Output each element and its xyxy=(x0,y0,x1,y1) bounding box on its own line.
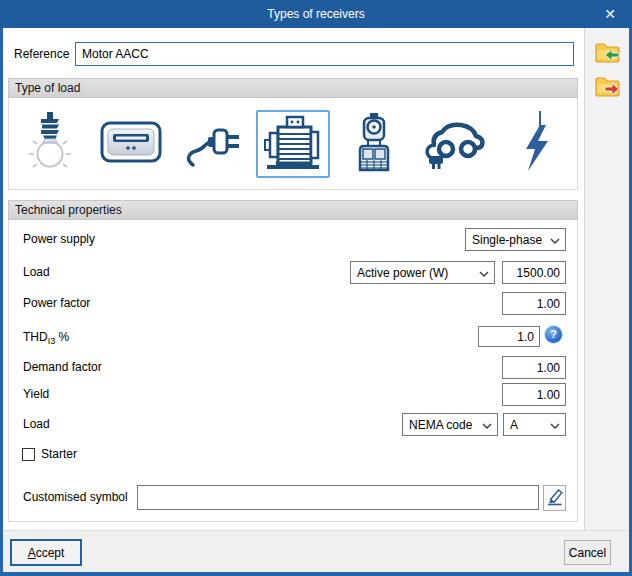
title-bar: Types of receivers ✕ xyxy=(0,0,632,28)
reference-label: Reference xyxy=(14,42,69,66)
chevron-down-icon xyxy=(482,418,492,432)
type-of-load-options xyxy=(8,98,578,190)
load-option-ev-charger[interactable] xyxy=(415,98,496,189)
heater-icon xyxy=(100,120,162,168)
power-supply-select[interactable]: Single-phase xyxy=(465,228,566,251)
thd-input[interactable] xyxy=(478,326,540,347)
dialog-footer: Accept Cancel xyxy=(3,530,629,572)
load-option-lift[interactable] xyxy=(334,98,415,189)
load-code-type-select[interactable]: NEMA code xyxy=(402,413,498,436)
reference-input[interactable] xyxy=(75,42,574,66)
technical-properties-body: Power supply Single-phase Load Active po… xyxy=(8,220,578,522)
side-toolbar xyxy=(584,28,629,530)
motor-icon xyxy=(263,113,323,175)
type-of-load-header: Type of load xyxy=(8,78,578,98)
dialog-window: Types of receivers ✕ Reference xyxy=(0,0,632,576)
folder-arrow-in-icon xyxy=(594,53,621,68)
export-to-library-button[interactable] xyxy=(594,74,621,99)
power-factor-label: Power factor xyxy=(23,292,90,315)
dialog-content: Reference xyxy=(3,28,629,572)
load-option-lighting[interactable] xyxy=(9,98,90,189)
light-bulb-icon xyxy=(26,111,74,177)
load-amount-input[interactable] xyxy=(502,261,566,284)
chevron-down-icon xyxy=(550,418,560,432)
power-supply-label: Power supply xyxy=(23,228,95,251)
chevron-down-icon xyxy=(550,233,560,247)
load-code-label: Load xyxy=(23,413,50,436)
demand-factor-label: Demand factor xyxy=(23,356,102,379)
cancel-button[interactable]: Cancel xyxy=(564,540,611,565)
load-type-select[interactable]: Active power (W) xyxy=(350,261,495,284)
plug-icon xyxy=(183,113,241,175)
chevron-down-icon xyxy=(479,266,489,280)
edit-symbol-button[interactable] xyxy=(543,485,566,511)
load-option-motor[interactable] xyxy=(252,98,333,189)
close-button[interactable]: ✕ xyxy=(596,3,624,25)
load-option-heater[interactable] xyxy=(90,98,171,189)
pencil-icon xyxy=(546,487,564,509)
ev-car-plug-icon xyxy=(424,113,486,175)
help-icon[interactable]: ? xyxy=(545,326,562,343)
customised-symbol-input[interactable] xyxy=(137,485,539,510)
yield-input[interactable] xyxy=(502,383,566,406)
accept-button[interactable]: Accept xyxy=(10,539,82,566)
load-code-value-select[interactable]: A xyxy=(503,413,566,436)
starter-checkbox[interactable] xyxy=(22,448,35,461)
demand-factor-input[interactable] xyxy=(502,356,566,379)
yield-label: Yield xyxy=(23,383,49,406)
dialog-title: Types of receivers xyxy=(0,0,632,28)
import-from-library-button[interactable] xyxy=(594,40,621,65)
technical-properties-group: Technical properties Power supply Single… xyxy=(8,200,578,522)
customised-symbol-label: Customised symbol xyxy=(23,485,128,510)
folder-arrow-out-icon xyxy=(594,87,621,102)
load-option-generic[interactable] xyxy=(496,98,577,189)
starter-label: Starter xyxy=(41,447,77,461)
power-factor-input[interactable] xyxy=(502,292,566,315)
lightning-bolt-icon xyxy=(516,111,556,177)
type-of-load-group: Type of load xyxy=(8,78,578,190)
starter-row: Starter xyxy=(22,447,77,461)
load-label: Load xyxy=(23,261,50,284)
technical-properties-header: Technical properties xyxy=(8,200,578,220)
close-icon: ✕ xyxy=(604,6,616,22)
thd-label: THDI3 % xyxy=(23,326,69,353)
lift-icon xyxy=(348,112,400,176)
load-option-socket-outlet[interactable] xyxy=(171,98,252,189)
